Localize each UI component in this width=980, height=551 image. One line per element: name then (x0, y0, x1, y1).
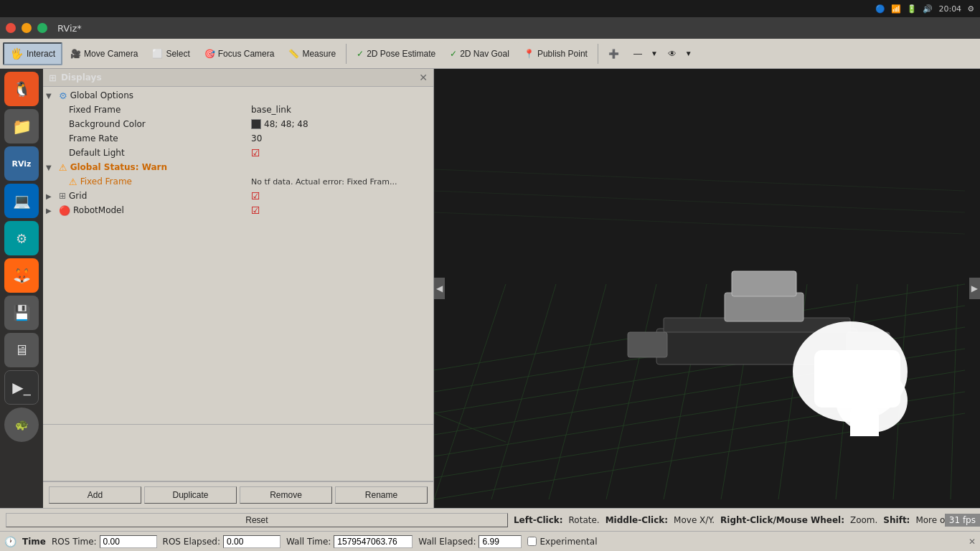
viewport-collapse-left-button[interactable]: ◀ (434, 278, 445, 299)
wall-time-label: Wall Time: (286, 537, 331, 547)
experimental-label: Experimental (540, 537, 597, 547)
global-status-row[interactable]: ▼ ⚠ Global Status: Warn (43, 160, 433, 174)
global-options-icon: ⚙ (59, 90, 67, 101)
viewport-collapse-right-button[interactable]: ▶ (969, 278, 980, 299)
time-icon: 🕐 (4, 536, 17, 547)
measure-icon: 📏 (288, 49, 299, 59)
robot-model-expand[interactable]: ▶ (46, 207, 56, 215)
time-close-button[interactable]: ✕ (969, 537, 976, 547)
move-camera-icon: 🎥 (70, 49, 81, 59)
svg-line-8 (434, 284, 506, 499)
bluetooth-icon: 🔵 (875, 4, 885, 14)
fixed-frame-warn-value: No tf data. Actual error: Fixed Fram... (251, 177, 397, 187)
fixed-frame-warn-label: Fixed Frame (80, 176, 132, 187)
svg-line-17 (951, 284, 958, 499)
middle-click-label: Middle-Click: (606, 515, 668, 525)
fixed-frame-warn-row[interactable]: ⚠ Fixed Frame No tf data. Actual error: … (53, 174, 433, 189)
eye-tool-dropdown[interactable]: ▼ (683, 42, 694, 65)
wall-time-group: Wall Time: (286, 535, 413, 548)
svg-line-7 (434, 413, 506, 442)
global-options-label: Global Options (70, 90, 133, 100)
dock-firefox[interactable]: 🦊 (4, 258, 39, 293)
close-button[interactable] (6, 23, 16, 33)
global-status-expand[interactable]: ▼ (46, 164, 56, 171)
displays-panel: ⊞ Displays ✕ ▼ ⚙ Global Options (43, 69, 434, 508)
rename-button[interactable]: Rename (335, 486, 428, 504)
power-icon: ⚙ (967, 4, 974, 14)
line-tool-dropdown[interactable]: ▼ (649, 42, 660, 65)
robot-model-checkbox[interactable]: ☑ (251, 204, 260, 216)
reset-button[interactable]: Reset (6, 513, 508, 527)
grid-checkbox[interactable]: ☑ (251, 190, 260, 202)
bg-color-value: 48; 48; 48 (264, 119, 308, 129)
toolbar: 🖐 Interact 🎥 Move Camera ⬜ Select 🎯 Focu… (0, 39, 980, 69)
grid-row[interactable]: ▶ ⊞ Grid ☑ (43, 189, 433, 203)
bg-color-swatch (251, 119, 261, 129)
toolbar-separator-1 (346, 44, 347, 64)
displays-title: Displays (61, 72, 102, 83)
right-click-label: Right-Click/Mouse Wheel: (720, 515, 844, 525)
pose-estimate-button[interactable]: ✓ 2D Pose Estimate (350, 42, 442, 65)
global-status-label: Global Status: Warn (70, 162, 167, 172)
add-display-button[interactable]: Add (49, 486, 141, 504)
default-light-checkbox[interactable]: ☑ (251, 147, 260, 159)
middle-click-action: Move X/Y. (674, 515, 715, 525)
dock-arduino[interactable]: ⚙ (4, 221, 39, 255)
ros-elapsed-input[interactable] (223, 535, 281, 548)
dock-ubuntu[interactable]: 🐧 (4, 72, 39, 106)
experimental-checkbox[interactable] (527, 537, 537, 546)
svg-rect-26 (732, 271, 796, 296)
move-camera-button[interactable]: 🎥 Move Camera (64, 42, 144, 65)
maximize-button[interactable] (37, 23, 47, 33)
displays-bottom-area (43, 424, 433, 481)
bg-color-row[interactable]: Background Color 48; 48; 48 (53, 117, 433, 131)
select-icon: ⬜ (152, 49, 163, 59)
minimize-button[interactable] (22, 23, 32, 33)
dock-disk2[interactable]: 🖥 (4, 333, 39, 367)
dock-vscode[interactable]: 💻 (4, 184, 39, 218)
displays-buttons: Add Duplicate Remove Rename (43, 481, 433, 508)
wall-time-input[interactable] (334, 535, 413, 548)
wall-elapsed-input[interactable] (479, 535, 522, 548)
interact-button[interactable]: 🖐 Interact (3, 42, 62, 65)
default-light-row[interactable]: Default Light ☑ (53, 146, 433, 160)
displays-tree: ▼ ⚙ Global Options Fixed Frame base_link (43, 87, 433, 424)
svg-rect-29 (814, 350, 900, 408)
left-click-label: Left-Click: (514, 515, 563, 525)
add-toolbar-button[interactable]: ➕ (602, 42, 626, 65)
fixed-frame-row[interactable]: Fixed Frame base_link (53, 103, 433, 117)
global-options-row[interactable]: ▼ ⚙ Global Options (43, 88, 433, 103)
plus-icon: ➕ (608, 49, 619, 59)
nav-goal-button[interactable]: ✓ 2D Nav Goal (443, 42, 516, 65)
select-button[interactable]: ⬜ Select (146, 42, 196, 65)
dock-terminal[interactable]: ▶_ (4, 370, 39, 405)
title-bar: RViz* (0, 17, 980, 39)
publish-point-button[interactable]: 📍 Publish Point (517, 42, 594, 65)
global-options-expand[interactable]: ▼ (46, 92, 56, 100)
grid-expand[interactable]: ▶ (46, 192, 56, 200)
dock-disk[interactable]: 💾 (4, 296, 39, 330)
dock-rviz[interactable]: RViz (4, 146, 39, 181)
right-click-action: Zoom. (850, 515, 877, 525)
frame-rate-row[interactable]: Frame Rate 30 (53, 131, 433, 146)
ros-elapsed-label: ROS Elapsed: (163, 537, 220, 547)
remove-button[interactable]: Remove (240, 486, 332, 504)
robot-model-row[interactable]: ▶ 🔴 RobotModel ☑ (43, 203, 433, 217)
eye-tool-button[interactable]: 👁 (661, 42, 683, 65)
measure-button[interactable]: 📏 Measure (282, 42, 342, 65)
ros-time-input[interactable] (100, 535, 157, 548)
pose-estimate-icon: ✓ (357, 49, 364, 59)
displays-close-button[interactable]: ✕ (419, 72, 428, 83)
system-bar: 🔵 📶 🔋 🔊 20:04 ⚙ (0, 0, 980, 17)
fixed-frame-warn-icon: ⚠ (69, 176, 77, 187)
main-layout: 🐧 📁 RViz 💻 ⚙ 🦊 💾 🖥 ▶_ 🐢 ⊞ Displays ✕ ▼ (0, 69, 980, 508)
dock-bottom-icon[interactable]: 🐢 (4, 408, 39, 442)
grid-icon: ⊞ (59, 191, 66, 201)
fixed-frame-value: base_link (251, 105, 291, 115)
duplicate-button[interactable]: Duplicate (144, 486, 237, 504)
focus-camera-button[interactable]: 🎯 Focus Camera (198, 42, 281, 65)
line-tool-button[interactable]: — (627, 42, 649, 65)
dock-files[interactable]: 📁 (4, 109, 39, 143)
viewport[interactable]: ◀ ▶ (434, 69, 980, 508)
line-icon: — (633, 49, 642, 59)
